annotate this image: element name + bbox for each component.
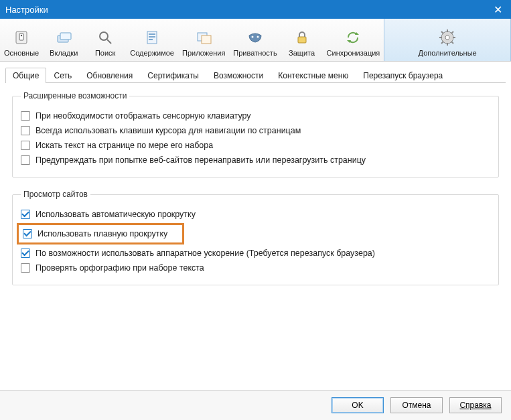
search-icon: [96, 28, 115, 47]
tab-restart[interactable]: Перезапуск браузера: [356, 68, 450, 83]
dialog-footer: OK Отмена Справка: [0, 390, 511, 420]
page-icon: [143, 28, 161, 47]
checkbox-row[interactable]: При необходимости отображать сенсорную к…: [21, 109, 490, 123]
gear-icon: [438, 28, 457, 47]
checkbox-label: Предупреждать при попытке веб-сайтов пер…: [35, 155, 366, 165]
toolbar-item-security[interactable]: Защита: [281, 19, 323, 61]
checkbox[interactable]: [23, 229, 32, 238]
help-button-label: Справка: [459, 401, 491, 410]
toolbar-label: Вкладки: [50, 49, 78, 57]
svg-line-25: [451, 42, 453, 44]
apps-icon: [194, 28, 213, 47]
group-advanced-caps: Расширенные возможности При необходимост…: [12, 91, 499, 178]
checkbox-row[interactable]: Использовать автоматическую прокрутку: [21, 207, 490, 222]
tab-updates[interactable]: Обновления: [79, 68, 140, 83]
checkbox[interactable]: [21, 141, 30, 150]
checkbox-label: Использовать автоматическую прокрутку: [35, 210, 196, 219]
group-legend: Расширенные возможности: [21, 91, 129, 100]
checkbox-row[interactable]: Искать текст на странице по мере его наб…: [21, 138, 490, 153]
svg-point-2: [21, 35, 22, 36]
group-browsing: Просмотр сайтов Использовать автоматичес…: [12, 190, 499, 285]
checkbox[interactable]: [21, 155, 30, 165]
checkbox-row[interactable]: По возможности использовать аппаратное у…: [21, 246, 490, 261]
toolbar-label: Основные: [4, 49, 39, 57]
checkbox-label: Проверять орфографию при наборе текста: [35, 263, 204, 273]
checkbox[interactable]: [21, 210, 30, 219]
help-button[interactable]: Справка: [449, 397, 502, 413]
tab-network[interactable]: Сеть: [46, 68, 79, 83]
toolbar-label: Синхронизация: [327, 49, 380, 57]
tab-capabilities[interactable]: Возможности: [206, 68, 271, 83]
checkbox-label: Искать текст на странице по мере его наб…: [35, 141, 213, 150]
sync-icon: [344, 28, 362, 47]
tabs-icon: [54, 28, 73, 47]
checkbox-label: При необходимости отображать сенсорную к…: [35, 111, 251, 121]
toolbar-item-tabs[interactable]: Вкладки: [43, 19, 84, 61]
category-toolbar: Основные Вкладки Поиск Содержимое Прилож…: [0, 19, 511, 62]
svg-rect-4: [60, 33, 71, 40]
toolbar-label: Приватность: [233, 49, 277, 57]
checkbox-row[interactable]: Проверять орфографию при наборе текста: [21, 261, 490, 275]
svg-rect-1: [19, 33, 23, 40]
toolbar-item-content[interactable]: Содержимое: [126, 19, 178, 61]
svg-line-6: [107, 40, 111, 44]
checkbox-row-smooth-scroll[interactable]: Использовать плавную прокрутку: [23, 229, 178, 238]
switch-icon: [12, 28, 31, 47]
subtab-row: Общие Сеть Обновления Сертификаты Возмож…: [5, 67, 506, 83]
tab-common[interactable]: Общие: [5, 68, 46, 83]
svg-point-13: [251, 36, 253, 38]
checkbox[interactable]: [21, 249, 30, 258]
lock-icon: [293, 28, 311, 47]
toolbar-label: Содержимое: [130, 49, 174, 57]
svg-line-26: [441, 42, 443, 44]
toolbar-item-search[interactable]: Поиск: [84, 19, 126, 61]
tab-content: Расширенные возможности При необходимост…: [0, 83, 511, 390]
cancel-button[interactable]: Отмена: [390, 397, 443, 413]
checkbox[interactable]: [21, 126, 30, 135]
svg-rect-8: [149, 33, 155, 35]
checkbox-label: Использовать плавную прокрутку: [38, 229, 167, 238]
svg-line-27: [451, 31, 453, 33]
toolbar-label: Поиск: [95, 49, 115, 57]
mask-icon: [246, 28, 265, 47]
toolbar-item-general[interactable]: Основные: [0, 19, 43, 61]
svg-point-5: [100, 32, 108, 40]
checkbox[interactable]: [21, 111, 30, 121]
svg-point-19: [445, 36, 449, 40]
svg-rect-12: [202, 36, 211, 44]
toolbar-item-apps[interactable]: Приложения: [178, 19, 229, 61]
checkbox-label: По возможности использовать аппаратное у…: [35, 249, 375, 258]
toolbar-item-sync[interactable]: Синхронизация: [323, 19, 384, 61]
tab-certs[interactable]: Сертификаты: [140, 68, 206, 83]
toolbar-label: Дополнительные: [419, 49, 477, 57]
checkbox[interactable]: [21, 263, 30, 273]
titlebar: Настройки ✕: [0, 0, 511, 19]
ok-button[interactable]: OK: [332, 397, 384, 413]
toolbar-item-advanced[interactable]: Дополнительные: [384, 19, 511, 61]
svg-rect-15: [298, 37, 306, 43]
tab-context[interactable]: Контекстные меню: [271, 68, 356, 83]
close-icon: ✕: [494, 3, 502, 16]
svg-rect-9: [149, 36, 155, 38]
group-legend: Просмотр сайтов: [21, 190, 90, 199]
checkbox-row[interactable]: Всегда использовать клавиши курсора для …: [21, 123, 490, 138]
svg-point-14: [257, 36, 259, 38]
highlight-annotation: Использовать плавную прокрутку: [17, 223, 184, 244]
window-title: Настройки: [5, 5, 484, 15]
toolbar-item-privacy[interactable]: Приватность: [229, 19, 281, 61]
close-button[interactable]: ✕: [484, 0, 511, 19]
toolbar-label: Приложения: [182, 49, 225, 57]
toolbar-label: Защита: [289, 49, 315, 57]
svg-rect-10: [149, 39, 153, 40]
svg-line-24: [441, 31, 443, 33]
checkbox-label: Всегда использовать клавиши курсора для …: [35, 126, 301, 135]
checkbox-row[interactable]: Предупреждать при попытке веб-сайтов пер…: [21, 153, 490, 167]
